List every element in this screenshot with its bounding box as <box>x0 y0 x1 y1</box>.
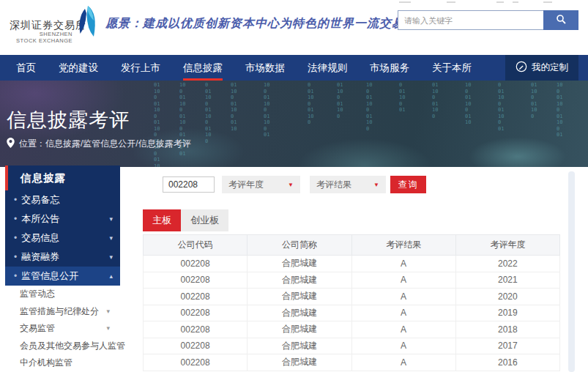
binary-decoration: 0 01 10 0 01 10 0 01 10 0 <box>205 82 211 144</box>
binary-decoration: 10 0 01 10 0 01 10 0 01 <box>557 82 562 138</box>
table-cell: 合肥城建 <box>248 272 351 289</box>
table-cell: 2016 <box>455 354 559 371</box>
sidebar-subitem[interactable]: 监管动态 <box>5 286 120 303</box>
table-row[interactable]: 002208合肥城建A2020 <box>144 289 560 305</box>
sidebar-subitem-label: 会员及其他交易参与人监管 <box>20 341 125 351</box>
search-icon <box>556 14 567 27</box>
top-header: 深圳证券交易所 SHENZHEN STOCK EXCHANGE 愿景：建成以优质… <box>0 0 588 55</box>
table-cell: 002208 <box>144 256 248 272</box>
chevron-down-icon: ▾ <box>109 228 113 248</box>
table-cell: A <box>351 256 455 272</box>
main-nav: 首页党的建设发行上市信息披露市场数据法律规则市场服务关于本所 我的定制 <box>0 55 588 81</box>
bullet-icon: • <box>14 233 17 243</box>
sidebar-subitem[interactable]: 会员及其他交易参与人监管 <box>5 338 120 355</box>
sidebar-subitem[interactable]: 交易监管▾ <box>5 320 120 338</box>
board-tabs: 主板创业板 <box>143 209 228 231</box>
table-row[interactable]: 002208合肥城建A2021 <box>144 272 560 289</box>
logo-name-en: SHENZHEN STOCK EXCHANGE <box>10 31 72 44</box>
bullet-icon: • <box>14 271 17 281</box>
sidebar-item[interactable]: •交易信息▾ <box>5 228 120 248</box>
caret-down-icon: ▼ <box>288 182 294 188</box>
table-cell: 002208 <box>144 272 248 289</box>
sidebar-subitem-label: 监管措施与纪律处分 <box>20 306 99 316</box>
sidebar-subitems: 监管动态监管措施与纪律处分▾交易监管▾会员及其他交易参与人监管中介机构监管 <box>5 286 120 372</box>
table-cell: 2022 <box>455 256 559 272</box>
table-cell: A <box>351 272 455 289</box>
table-header-cell: 考评年度 <box>455 235 559 256</box>
binary-decoration: 01 10 0 01 10 0 01 10 0 01 10 0 01 10 <box>154 82 160 167</box>
tab-chinext[interactable]: 创业板 <box>181 209 228 231</box>
sidebar-subitem-label: 监管动态 <box>20 289 55 299</box>
sidebar-item[interactable]: •本所公告▾ <box>5 209 120 228</box>
bullet-icon: • <box>14 214 17 224</box>
result-dropdown-label: 考评结果 <box>316 179 351 191</box>
table-cell: 002208 <box>144 305 248 321</box>
nav-item[interactable]: 市场数据 <box>245 55 285 81</box>
chevron-down-icon: ▾ <box>109 248 113 267</box>
binary-decoration: 10 0 01 10 0 01 10 0 01 <box>264 82 269 138</box>
company-code-input[interactable] <box>163 176 215 193</box>
table-cell: A <box>351 321 455 338</box>
cropped-top-link <box>447 1 455 3</box>
binary-decoration: 10 0 01 10 0 01 10 <box>465 82 471 126</box>
breadcrumb: 位置：信息披露/监管信息公开/信息披露考评 <box>7 138 191 150</box>
table-cell: A <box>351 338 455 354</box>
page-scrollbar[interactable] <box>568 171 575 372</box>
table-cell: 2019 <box>455 305 559 321</box>
nav-item[interactable]: 首页 <box>16 55 36 81</box>
table-cell: 合肥城建 <box>248 256 351 272</box>
logo-en-line2: STOCK EXCHANGE <box>10 38 72 45</box>
nav-item[interactable]: 法律规则 <box>308 55 347 81</box>
cropped-top-link <box>399 1 411 3</box>
tab-main-board[interactable]: 主板 <box>143 209 181 231</box>
table-cell: 合肥城建 <box>248 354 351 371</box>
year-dropdown-label: 考评年度 <box>228 179 264 191</box>
appraisal-table: 公司代码公司简称考评结果考评年度 002208合肥城建A2022002208合肥… <box>143 234 560 371</box>
sidebar-subitem-label: 中介机构监管 <box>20 357 72 368</box>
search-input[interactable] <box>398 10 543 30</box>
table-cell: 合肥城建 <box>248 321 351 338</box>
my-custom-button[interactable]: 我的定制 <box>505 55 578 81</box>
search-button[interactable] <box>543 10 578 30</box>
sidebar-item[interactable]: •融资融券▾ <box>5 248 120 267</box>
query-button[interactable]: 查询 <box>390 176 426 193</box>
page-title: 信息披露考评 <box>7 107 130 133</box>
table-cell: 2017 <box>455 338 559 354</box>
nav-item[interactable]: 发行上市 <box>121 55 160 81</box>
nav-item[interactable]: 关于本所 <box>432 55 472 81</box>
nav-item[interactable]: 信息披露 <box>183 55 223 81</box>
sidebar-subitem-label: 交易监管 <box>20 323 55 333</box>
year-dropdown[interactable]: 考评年度 ▼ <box>222 176 300 193</box>
sidebar-subitem[interactable]: 中介机构监管 <box>5 354 120 372</box>
table-cell: 2021 <box>455 272 559 289</box>
nav-item[interactable]: 市场服务 <box>370 55 409 81</box>
table-header-cell: 公司简称 <box>248 235 351 256</box>
table-row[interactable]: 002208合肥城建A2017 <box>144 338 560 354</box>
table-row[interactable]: 002208合肥城建A2016 <box>144 354 560 371</box>
sidebar-subitem[interactable]: 监管措施与纪律处分▾ <box>5 303 120 321</box>
cropped-top-link <box>496 1 504 3</box>
nav-item[interactable]: 党的建设 <box>59 55 98 81</box>
table-cell: 002208 <box>144 338 248 354</box>
table-row[interactable]: 002208合肥城建A2018 <box>144 321 560 338</box>
result-dropdown[interactable]: 考评结果 ▼ <box>310 176 386 193</box>
sidebar-item-label: 本所公告 <box>21 213 59 224</box>
table-cell: A <box>351 354 455 371</box>
binary-decoration: 01 10 0 01 10 0 <box>432 82 438 119</box>
table-cell: 002208 <box>144 321 248 338</box>
binary-decoration: 10 0 01 10 0 01 10 0 <box>366 82 372 132</box>
sidebar: 信息披露 •交易备忘•本所公告▾•交易信息▾•融资融券▾•监管信息公开▴ 监管动… <box>5 165 120 372</box>
site-search <box>398 10 578 30</box>
table-cell: 002208 <box>144 354 248 371</box>
chevron-up-icon: ▴ <box>109 267 113 286</box>
sidebar-item[interactable]: •交易备忘 <box>5 190 120 209</box>
sidebar-item[interactable]: •监管信息公开▴ <box>5 267 120 286</box>
table-row[interactable]: 002208合肥城建A2019 <box>144 305 560 321</box>
sidebar-item-label: 监管信息公开 <box>21 270 78 281</box>
caret-down-icon: ▼ <box>373 182 379 188</box>
table-row[interactable]: 002208合肥城建A2022 <box>144 256 560 272</box>
table-cell: 002208 <box>144 289 248 305</box>
sidebar-title: 信息披露 <box>5 165 120 190</box>
table-header-cell: 公司代码 <box>144 235 248 256</box>
pencil-circle-icon <box>516 61 527 75</box>
